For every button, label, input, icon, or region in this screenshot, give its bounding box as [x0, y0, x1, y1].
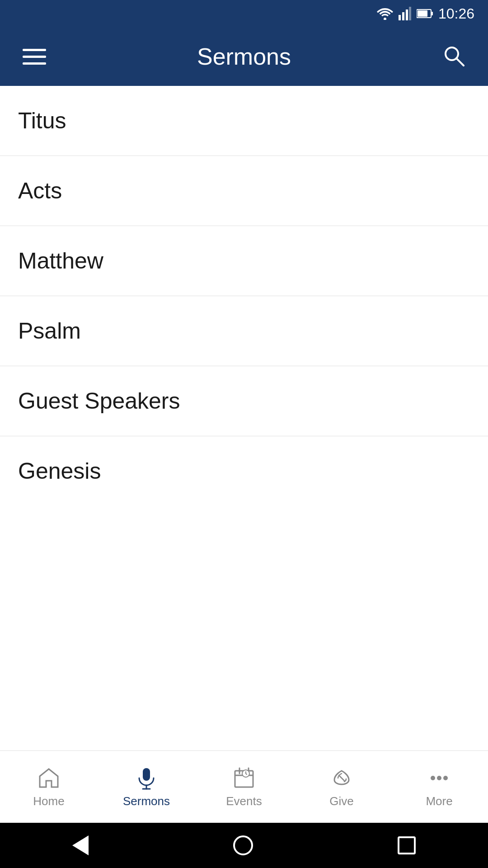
svg-rect-3 — [406, 9, 408, 20]
android-home-button[interactable] — [233, 835, 253, 855]
signal-icon — [399, 7, 411, 20]
android-recent-button[interactable] — [398, 836, 416, 854]
home-icon — [36, 765, 61, 791]
nav-item-give-label: Give — [329, 794, 353, 808]
svg-rect-7 — [418, 10, 427, 17]
wifi-icon — [377, 7, 393, 20]
list-item-label: Genesis — [18, 458, 101, 484]
nav-item-home[interactable]: Home — [0, 765, 98, 808]
svg-rect-2 — [402, 12, 404, 20]
give-icon — [329, 765, 354, 791]
svg-point-20 — [437, 776, 441, 780]
list-item[interactable]: Psalm — [0, 296, 488, 366]
nav-item-more-label: More — [426, 794, 452, 808]
svg-point-0 — [384, 18, 386, 20]
list-item[interactable]: Guest Speakers — [0, 366, 488, 436]
svg-line-18 — [339, 775, 344, 781]
sermons-list: Titus Acts Matthew Psalm Guest Speakers … — [0, 86, 488, 493]
list-item-label: Matthew — [18, 248, 103, 274]
nav-item-sermons[interactable]: Sermons — [98, 765, 195, 808]
list-item-label: Guest Speakers — [18, 388, 180, 414]
svg-line-9 — [456, 58, 464, 66]
list-item[interactable]: Genesis — [0, 436, 488, 493]
svg-point-19 — [431, 776, 435, 780]
svg-rect-10 — [143, 768, 150, 781]
list-item[interactable]: Acts — [0, 156, 488, 226]
hamburger-line-3 — [23, 62, 46, 65]
page-title: Sermons — [197, 43, 291, 70]
nav-item-more[interactable]: More — [390, 765, 488, 808]
nav-item-give[interactable]: Give — [293, 765, 390, 808]
svg-rect-1 — [399, 15, 401, 20]
svg-point-21 — [443, 776, 448, 780]
list-item[interactable]: Titus — [0, 86, 488, 156]
svg-rect-6 — [431, 12, 433, 15]
list-item[interactable]: Matthew — [0, 226, 488, 296]
hamburger-line-1 — [23, 49, 46, 51]
svg-rect-4 — [409, 7, 411, 20]
nav-item-events[interactable]: Events — [195, 765, 293, 808]
search-icon — [442, 44, 465, 67]
microphone-icon — [134, 765, 159, 791]
list-item-label: Acts — [18, 178, 62, 203]
status-icons: 10:26 — [377, 5, 474, 22]
app-bar: Sermons — [0, 27, 488, 86]
android-nav-bar — [0, 823, 488, 868]
hamburger-menu-button[interactable] — [18, 44, 51, 69]
battery-icon — [417, 9, 433, 19]
list-item-label: Titus — [18, 108, 66, 133]
hamburger-line-2 — [23, 56, 46, 58]
status-bar: 10:26 — [0, 0, 488, 27]
list-item-label: Psalm — [18, 318, 81, 344]
android-back-button[interactable] — [72, 835, 89, 855]
events-icon — [231, 765, 257, 791]
time-display: 10:26 — [438, 5, 474, 22]
bottom-nav: Home Sermons Events — [0, 750, 488, 823]
nav-item-sermons-label: Sermons — [123, 794, 170, 808]
nav-item-home-label: Home — [33, 794, 64, 808]
search-button[interactable] — [437, 39, 470, 74]
more-icon — [427, 765, 452, 791]
nav-item-events-label: Events — [226, 794, 262, 808]
